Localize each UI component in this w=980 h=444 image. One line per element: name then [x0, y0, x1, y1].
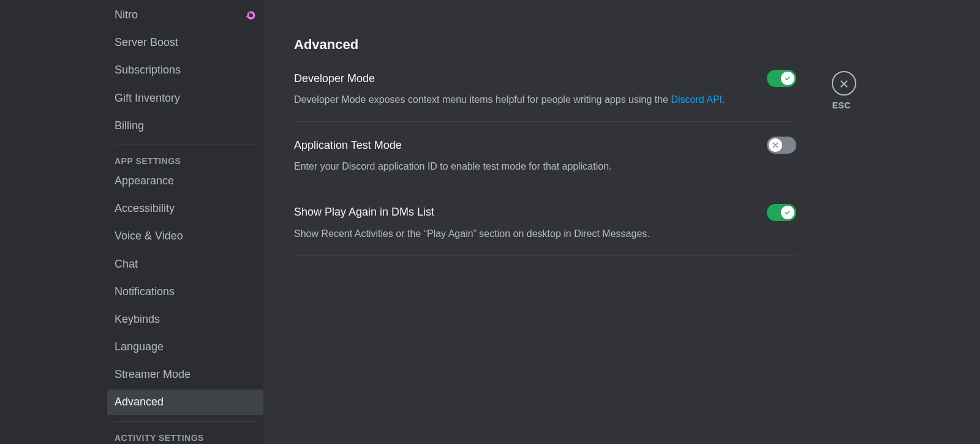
toggle-thumb — [769, 138, 782, 152]
nitro-icon — [244, 11, 256, 20]
content-inner: Advanced Developer Mode Developer Mode e… — [294, 37, 796, 444]
sidebar-item-keybinds[interactable]: Keybinds — [107, 307, 263, 332]
sidebar-item-label: Server Boost — [115, 35, 178, 50]
sidebar-item-label: Accessibility — [115, 201, 175, 216]
sidebar-item-chat[interactable]: Chat — [107, 252, 263, 277]
setting-desc: Developer Mode exposes context menu item… — [294, 93, 796, 107]
sidebar-item-label: Gift Inventory — [115, 91, 180, 106]
sidebar-item-accessibility[interactable]: Accessibility — [107, 196, 263, 221]
x-icon — [771, 141, 780, 149]
sidebar-item-subscriptions[interactable]: Subscriptions — [107, 58, 263, 83]
setting-desc-text: Show Recent Activities or the “Play Agai… — [294, 228, 650, 239]
setting-desc-text: Developer Mode exposes context menu item… — [294, 94, 671, 105]
sidebar-item-label: Billing — [115, 118, 144, 134]
page-title: Advanced — [294, 37, 796, 53]
sidebar-item-advanced[interactable]: Advanced — [107, 389, 263, 415]
setting-title: Developer Mode — [294, 72, 375, 85]
sidebar-item-label: Advanced — [115, 394, 164, 410]
sidebar-item-gift-inventory[interactable]: Gift Inventory — [107, 86, 263, 111]
sidebar-header-app-settings: APP SETTINGS — [107, 151, 263, 168]
close-label: ESC — [832, 100, 851, 110]
sidebar-item-label: Voice & Video — [115, 228, 183, 244]
sidebar-item-language[interactable]: Language — [107, 334, 263, 359]
sidebar-item-billing[interactable]: Billing — [107, 113, 263, 138]
sidebar-item-label: Language — [115, 339, 164, 355]
sidebar-item-label: Nitro — [115, 7, 138, 23]
setting-title: Show Play Again in DMs List — [294, 206, 434, 219]
close-icon — [839, 78, 850, 89]
check-icon — [783, 74, 792, 83]
setting-row: Developer Mode — [294, 70, 796, 87]
sidebar-inner: Nitro Server Boost Subscriptions Gift In… — [107, 0, 263, 444]
sidebar-item-appearance[interactable]: Appearance — [107, 168, 263, 194]
discord-api-link[interactable]: Discord API — [671, 94, 722, 105]
sidebar-item-label: Keybinds — [115, 312, 160, 327]
sidebar-item-notifications[interactable]: Notifications — [107, 279, 263, 304]
setting-row: Show Play Again in DMs List — [294, 204, 796, 221]
toggle-show-play-again[interactable] — [767, 204, 796, 221]
close-column: ESC — [796, 37, 851, 444]
sidebar-item-voice-video[interactable]: Voice & Video — [107, 224, 263, 249]
toggle-thumb — [781, 72, 794, 85]
setting-developer-mode: Developer Mode Developer Mode exposes co… — [294, 70, 796, 122]
toggle-application-test-mode[interactable] — [767, 137, 796, 154]
sidebar-item-streamer-mode[interactable]: Streamer Mode — [107, 362, 263, 387]
settings-app: Nitro Server Boost Subscriptions Gift In… — [0, 0, 980, 444]
close-button[interactable] — [832, 71, 856, 96]
sidebar-item-label: Appearance — [115, 173, 174, 189]
sidebar-item-server-boost[interactable]: Server Boost — [107, 30, 263, 55]
sidebar-item-label: Chat — [115, 257, 138, 272]
setting-desc: Enter your Discord application ID to ena… — [294, 160, 796, 173]
sidebar-item-label: Streamer Mode — [115, 367, 190, 382]
check-icon — [783, 208, 792, 217]
sidebar-item-label: Subscriptions — [115, 62, 181, 78]
settings-content: Advanced Developer Mode Developer Mode e… — [263, 0, 980, 444]
sidebar-item-label: Notifications — [115, 284, 175, 299]
setting-row: Application Test Mode — [294, 137, 796, 154]
setting-application-test-mode: Application Test Mode Enter your Discord… — [294, 137, 796, 189]
toggle-developer-mode[interactable] — [767, 70, 796, 87]
sidebar-item-nitro[interactable]: Nitro — [107, 2, 263, 28]
sidebar-separator — [115, 421, 256, 422]
setting-desc-text: Enter your Discord application ID to ena… — [294, 161, 612, 171]
sidebar-separator — [115, 145, 256, 145]
setting-show-play-again: Show Play Again in DMs List Show Recent … — [294, 204, 796, 256]
setting-desc: Show Recent Activities or the “Play Agai… — [294, 227, 796, 241]
setting-desc-post: . — [722, 94, 725, 105]
setting-title: Application Test Mode — [294, 139, 402, 152]
settings-sidebar: Nitro Server Boost Subscriptions Gift In… — [0, 0, 263, 444]
toggle-thumb — [781, 206, 794, 219]
sidebar-header-activity-settings: ACTIVITY SETTINGS — [107, 428, 263, 444]
